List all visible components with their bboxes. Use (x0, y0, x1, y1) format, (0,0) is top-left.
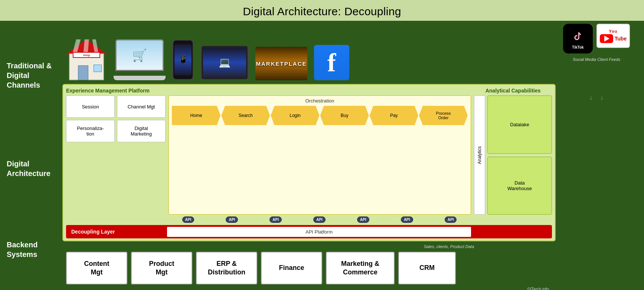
marketplace-label: MARKETPLACE (256, 61, 307, 67)
right-panel: TikTok You Tube Social Media Client Feed… (556, 21, 637, 290)
svg-rect-0 (571, 28, 585, 43)
backend-finance: Finance (261, 252, 322, 284)
shop-channel: shop (66, 36, 107, 80)
traditional-channels-label: Traditional &Digital Channels (7, 61, 62, 90)
youtube-icon: You Tube (596, 24, 630, 48)
backend-systems-label: BackendSystems (7, 240, 62, 259)
marketplace-channel: MARKETPLACE (255, 47, 307, 80)
decoupling-label: Decoupling Layer (66, 229, 167, 235)
analytics-area: Analytics Datalake DataWarehouse (474, 95, 552, 215)
emp-cards: Session Channel Mgt Personaliza-tion Dig… (66, 95, 166, 215)
tablet-channel: 💻 (200, 45, 249, 80)
sales-data-label: Sales, clients, Product Data (62, 244, 556, 249)
chevron-pay: Pay (370, 106, 418, 125)
facebook-channel: f (314, 45, 349, 80)
emp-title: Experience Management Platform (66, 88, 474, 94)
api-badge-6: API (386, 216, 428, 223)
digital-architecture-section: Experience Management Platform Analytica… (62, 84, 556, 241)
chevron-home: Home (172, 106, 220, 125)
chevron-process-order: ProcessOrder (419, 106, 468, 125)
arrow-down-1: ↓ (589, 94, 593, 101)
orchestration-area: Orchestration Home Search (169, 95, 471, 215)
backend-systems-row: ContentMgt ProductMgt ERP &Distribution … (62, 250, 556, 287)
emp-card-session: Session (66, 95, 115, 118)
api-platform-bar: API Platform (167, 227, 471, 237)
api-badge-5: API (342, 216, 384, 223)
data-warehouse-box: DataWarehouse (487, 157, 552, 215)
api-badge-4: API (298, 216, 341, 223)
decoupling-layer: Decoupling Layer API Platform (66, 225, 552, 238)
api-badge-7: API (429, 216, 472, 223)
backend-crm: CRM (398, 252, 456, 284)
tiktok-icon: TikTok (563, 24, 593, 53)
chevron-search: Search (221, 106, 270, 125)
emp-card-digital-marketing: DigitalMarketing (117, 120, 166, 142)
left-labels: Traditional &Digital Channels DigitalArc… (7, 21, 62, 290)
center-column: shop 🛒 📱 💻 (62, 21, 556, 290)
backend-content-mgt: ContentMgt (66, 252, 127, 284)
analytics-vert-label: Analytics (474, 95, 485, 215)
arrow-down-2: ↓ (600, 94, 604, 101)
datalake-box: Datalake (487, 95, 552, 154)
orchestration-title: Orchestration (172, 98, 468, 104)
api-badge-1: API (167, 216, 209, 223)
api-badge-2: API (211, 216, 253, 223)
emp-card-personalization: Personaliza-tion (66, 120, 115, 142)
page-title: Digital Architecture: Decoupling (0, 0, 644, 21)
api-badge-3: API (255, 216, 297, 223)
chevron-buy: Buy (320, 106, 369, 125)
chevrons-row: Home Search Login (172, 106, 468, 212)
phone-channel: 📱 (172, 39, 194, 80)
emp-card-channel-mgt: Channel Mgt (117, 95, 166, 118)
laptop-channel: 🛒 (114, 39, 166, 80)
api-badges-row: API API API API API API API (66, 216, 552, 223)
backend-marketing-commerce: Marketing &Commerce (326, 252, 395, 284)
channels-row: shop 🛒 📱 💻 (62, 21, 556, 84)
social-media-label: Social Media Client Feeds (573, 57, 620, 62)
backend-erp: ERP &Distribution (196, 252, 257, 284)
backend-product-mgt: ProductMgt (131, 252, 192, 284)
digital-architecture-label: DigitalArchitecture (7, 159, 62, 178)
copyright: ©ITarch.info (62, 287, 556, 290)
chevron-login: Login (271, 106, 319, 125)
analytical-title: Analytical Capabilities (474, 88, 552, 94)
